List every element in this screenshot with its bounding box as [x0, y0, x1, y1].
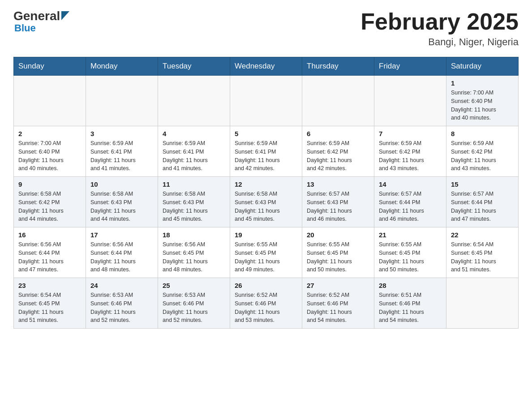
location-label: Bangi, Niger, Nigeria [360, 36, 519, 48]
day-number: 10 [90, 180, 153, 188]
calendar-cell: 21Sunrise: 6:55 AM Sunset: 6:45 PM Dayli… [374, 227, 446, 278]
calendar-cell: 15Sunrise: 6:57 AM Sunset: 6:44 PM Dayli… [446, 177, 519, 227]
day-number: 9 [18, 180, 81, 188]
day-number: 22 [451, 231, 514, 239]
calendar-cell: 5Sunrise: 6:59 AM Sunset: 6:41 PM Daylig… [230, 126, 302, 177]
calendar-cell: 7Sunrise: 6:59 AM Sunset: 6:42 PM Daylig… [374, 126, 446, 177]
day-number: 16 [18, 231, 81, 239]
calendar-cell: 9Sunrise: 6:58 AM Sunset: 6:42 PM Daylig… [14, 177, 86, 227]
col-tuesday: Tuesday [158, 57, 230, 76]
day-number: 14 [379, 180, 442, 188]
day-number: 1 [451, 79, 514, 87]
logo-arrow-icon [61, 9, 69, 23]
day-info: Sunrise: 6:59 AM Sunset: 6:41 PM Dayligh… [163, 139, 225, 173]
day-number: 7 [379, 130, 442, 137]
day-info: Sunrise: 6:55 AM Sunset: 6:45 PM Dayligh… [379, 240, 442, 274]
calendar-cell: 27Sunrise: 6:52 AM Sunset: 6:46 PM Dayli… [302, 278, 374, 329]
day-info: Sunrise: 6:58 AM Sunset: 6:43 PM Dayligh… [163, 190, 225, 223]
calendar-cell [158, 76, 230, 126]
day-number: 4 [163, 130, 225, 137]
day-number: 6 [307, 130, 369, 137]
day-info: Sunrise: 6:59 AM Sunset: 6:41 PM Dayligh… [235, 139, 297, 173]
calendar-cell: 23Sunrise: 6:54 AM Sunset: 6:45 PM Dayli… [14, 278, 86, 329]
day-number: 20 [307, 231, 369, 239]
calendar-cell: 8Sunrise: 6:59 AM Sunset: 6:42 PM Daylig… [446, 126, 519, 177]
page-header: General Blue February 2025 Bangi, Niger,… [13, 9, 519, 48]
calendar-cell: 12Sunrise: 6:58 AM Sunset: 6:43 PM Dayli… [230, 177, 302, 227]
week-row-1: 1Sunrise: 7:00 AM Sunset: 6:40 PM Daylig… [14, 76, 519, 126]
day-number: 12 [235, 180, 297, 188]
day-info: Sunrise: 6:55 AM Sunset: 6:45 PM Dayligh… [307, 240, 369, 274]
day-number: 27 [307, 282, 369, 289]
title-section: February 2025 Bangi, Niger, Nigeria [360, 9, 519, 48]
day-number: 11 [163, 180, 225, 188]
day-number: 2 [18, 130, 81, 137]
calendar-cell: 25Sunrise: 6:53 AM Sunset: 6:46 PM Dayli… [158, 278, 230, 329]
day-number: 15 [451, 180, 514, 188]
day-number: 17 [90, 231, 153, 239]
col-monday: Monday [86, 57, 158, 76]
day-info: Sunrise: 6:51 AM Sunset: 6:46 PM Dayligh… [379, 291, 442, 325]
calendar-cell: 24Sunrise: 6:53 AM Sunset: 6:46 PM Dayli… [86, 278, 158, 329]
calendar-cell: 16Sunrise: 6:56 AM Sunset: 6:44 PM Dayli… [14, 227, 86, 278]
calendar-cell: 28Sunrise: 6:51 AM Sunset: 6:46 PM Dayli… [374, 278, 446, 329]
calendar-cell: 19Sunrise: 6:55 AM Sunset: 6:45 PM Dayli… [230, 227, 302, 278]
calendar-cell: 20Sunrise: 6:55 AM Sunset: 6:45 PM Dayli… [302, 227, 374, 278]
calendar-table: Sunday Monday Tuesday Wednesday Thursday… [13, 57, 519, 329]
day-info: Sunrise: 6:59 AM Sunset: 6:42 PM Dayligh… [379, 139, 442, 173]
calendar-cell: 1Sunrise: 7:00 AM Sunset: 6:40 PM Daylig… [446, 76, 519, 126]
day-info: Sunrise: 6:56 AM Sunset: 6:44 PM Dayligh… [90, 240, 153, 274]
week-row-3: 9Sunrise: 6:58 AM Sunset: 6:42 PM Daylig… [14, 177, 519, 227]
logo: General Blue [13, 9, 69, 34]
day-number: 5 [235, 130, 297, 137]
calendar-cell: 13Sunrise: 6:57 AM Sunset: 6:43 PM Dayli… [302, 177, 374, 227]
day-number: 18 [163, 231, 225, 239]
day-info: Sunrise: 6:57 AM Sunset: 6:43 PM Dayligh… [307, 190, 369, 223]
day-info: Sunrise: 6:56 AM Sunset: 6:45 PM Dayligh… [163, 240, 225, 274]
day-number: 21 [379, 231, 442, 239]
calendar-cell [86, 76, 158, 126]
calendar-cell: 11Sunrise: 6:58 AM Sunset: 6:43 PM Dayli… [158, 177, 230, 227]
month-title: February 2025 [360, 9, 519, 34]
day-number: 8 [451, 130, 514, 137]
day-info: Sunrise: 6:58 AM Sunset: 6:43 PM Dayligh… [235, 190, 297, 223]
calendar-cell: 18Sunrise: 6:56 AM Sunset: 6:45 PM Dayli… [158, 227, 230, 278]
day-info: Sunrise: 6:54 AM Sunset: 6:45 PM Dayligh… [18, 291, 81, 325]
day-info: Sunrise: 6:56 AM Sunset: 6:44 PM Dayligh… [18, 240, 81, 274]
week-row-5: 23Sunrise: 6:54 AM Sunset: 6:45 PM Dayli… [14, 278, 519, 329]
calendar-cell [302, 76, 374, 126]
col-thursday: Thursday [302, 57, 374, 76]
day-number: 3 [90, 130, 153, 137]
col-friday: Friday [374, 57, 446, 76]
calendar-cell: 17Sunrise: 6:56 AM Sunset: 6:44 PM Dayli… [86, 227, 158, 278]
day-info: Sunrise: 6:55 AM Sunset: 6:45 PM Dayligh… [235, 240, 297, 274]
day-info: Sunrise: 6:52 AM Sunset: 6:46 PM Dayligh… [307, 291, 369, 325]
day-info: Sunrise: 6:59 AM Sunset: 6:41 PM Dayligh… [90, 139, 153, 173]
day-info: Sunrise: 6:53 AM Sunset: 6:46 PM Dayligh… [90, 291, 153, 325]
calendar-cell [230, 76, 302, 126]
day-number: 28 [379, 282, 442, 289]
day-number: 23 [18, 282, 81, 289]
day-info: Sunrise: 6:57 AM Sunset: 6:44 PM Dayligh… [451, 190, 514, 223]
day-info: Sunrise: 7:00 AM Sunset: 6:40 PM Dayligh… [18, 139, 81, 173]
calendar-cell: 6Sunrise: 6:59 AM Sunset: 6:42 PM Daylig… [302, 126, 374, 177]
svg-marker-0 [61, 11, 69, 20]
calendar-cell [14, 76, 86, 126]
calendar-cell: 14Sunrise: 6:57 AM Sunset: 6:44 PM Dayli… [374, 177, 446, 227]
calendar-cell: 2Sunrise: 7:00 AM Sunset: 6:40 PM Daylig… [14, 126, 86, 177]
day-info: Sunrise: 6:54 AM Sunset: 6:45 PM Dayligh… [451, 240, 514, 274]
col-sunday: Sunday [14, 57, 86, 76]
calendar-cell: 4Sunrise: 6:59 AM Sunset: 6:41 PM Daylig… [158, 126, 230, 177]
day-number: 26 [235, 282, 297, 289]
calendar-cell: 3Sunrise: 6:59 AM Sunset: 6:41 PM Daylig… [86, 126, 158, 177]
calendar-cell [374, 76, 446, 126]
calendar-cell: 10Sunrise: 6:58 AM Sunset: 6:43 PM Dayli… [86, 177, 158, 227]
day-number: 24 [90, 282, 153, 289]
week-row-2: 2Sunrise: 7:00 AM Sunset: 6:40 PM Daylig… [14, 126, 519, 177]
day-info: Sunrise: 6:58 AM Sunset: 6:42 PM Dayligh… [18, 190, 81, 223]
col-saturday: Saturday [446, 57, 519, 76]
day-info: Sunrise: 6:57 AM Sunset: 6:44 PM Dayligh… [379, 190, 442, 223]
col-wednesday: Wednesday [230, 57, 302, 76]
calendar-cell: 26Sunrise: 6:52 AM Sunset: 6:46 PM Dayli… [230, 278, 302, 329]
day-info: Sunrise: 6:59 AM Sunset: 6:42 PM Dayligh… [451, 139, 514, 173]
